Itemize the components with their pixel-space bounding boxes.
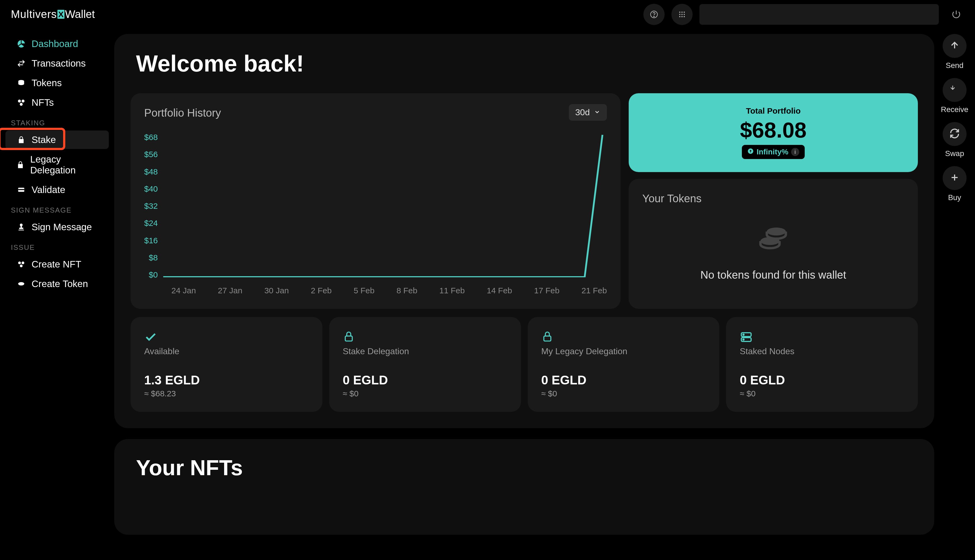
svg-point-20 <box>684 16 685 17</box>
lock-icon <box>541 330 706 342</box>
stat-value: 1.3 EGLD <box>144 373 309 387</box>
topbar <box>114 0 975 28</box>
rail-label: Swap <box>945 149 964 158</box>
svg-point-18 <box>679 16 681 17</box>
rail-label: Receive <box>941 105 968 114</box>
svg-point-13 <box>681 12 683 13</box>
sidebar-item-nfts[interactable]: NFTs <box>5 93 109 112</box>
sidebar-item-label: NFTs <box>32 97 54 108</box>
info-icon[interactable]: i <box>791 148 799 156</box>
lock-icon <box>16 160 25 170</box>
coins-empty-icon <box>754 219 792 258</box>
svg-point-3 <box>20 103 23 106</box>
svg-rect-25 <box>544 336 551 341</box>
nft-icon <box>16 98 26 107</box>
sidebar-item-stake[interactable]: Stake <box>5 130 109 149</box>
sidebar-item-label: Stake <box>32 134 56 145</box>
your-nfts-card: Your NFTs <box>114 439 934 535</box>
logo-text-2: X <box>57 10 65 19</box>
arrow-up-icon <box>950 40 960 52</box>
svg-point-29 <box>743 339 744 340</box>
chart-y-axis: $68 $56 $48 $40 $32 $24 $16 $8 $0 <box>144 133 163 280</box>
portfolio-line-chart <box>163 133 607 280</box>
plus-icon <box>950 172 960 184</box>
svg-point-22 <box>767 228 786 235</box>
period-selector[interactable]: 30d <box>569 104 607 121</box>
stat-value: 0 EGLD <box>740 373 904 387</box>
svg-point-1 <box>18 100 21 102</box>
stat-card-available: Available 1.3 EGLD ≈ $68.23 <box>130 317 322 412</box>
total-portfolio-value: $68.08 <box>642 118 905 143</box>
svg-point-15 <box>679 13 681 15</box>
svg-point-28 <box>743 334 744 335</box>
sidebar-item-dashboard[interactable]: Dashboard <box>5 35 109 53</box>
lock-icon <box>16 135 26 145</box>
swap-icon <box>950 128 960 140</box>
total-portfolio-card: Total Portfolio $68.08 Infinity% i <box>629 93 918 172</box>
rail-label: Send <box>946 61 963 70</box>
sidebar-item-label: Tokens <box>32 77 62 88</box>
stat-card-legacy-delegation: My Legacy Delegation 0 EGLD ≈ $0 <box>528 317 720 412</box>
svg-rect-5 <box>18 189 25 190</box>
svg-rect-24 <box>345 336 352 341</box>
buy-button[interactable]: Buy <box>943 166 967 202</box>
stat-sub: ≈ $0 <box>343 389 508 398</box>
apps-button[interactable] <box>671 4 693 25</box>
sidebar-item-create-token[interactable]: Create Token <box>5 275 109 293</box>
sidebar-item-validate[interactable]: Validate <box>5 180 109 199</box>
svg-point-23 <box>761 237 780 245</box>
svg-point-9 <box>18 282 25 286</box>
sidebar-item-label: Transactions <box>32 58 86 69</box>
rail-label: Buy <box>948 193 961 202</box>
your-tokens-card: Your Tokens No tokens found for this wal… <box>629 179 918 309</box>
sidebar-item-create-nft[interactable]: Create NFT <box>5 255 109 273</box>
search-input[interactable] <box>700 4 939 25</box>
svg-point-12 <box>679 12 681 13</box>
sidebar-item-tokens[interactable]: Tokens <box>5 74 109 92</box>
stat-value: 0 EGLD <box>541 373 706 387</box>
coins-icon <box>16 78 26 88</box>
chevron-down-icon <box>594 107 600 117</box>
swap-button[interactable]: Swap <box>943 122 967 158</box>
sidebar-item-label: Sign Message <box>32 222 92 232</box>
your-tokens-title: Your Tokens <box>642 192 904 205</box>
stamp-icon <box>16 222 26 232</box>
arrow-up-icon <box>747 148 754 156</box>
total-portfolio-change-badge: Infinity% i <box>742 145 805 159</box>
tokens-empty-text: No tokens found for this wallet <box>701 269 846 281</box>
portfolio-history-title: Portfolio History <box>144 107 607 119</box>
svg-point-14 <box>684 12 685 13</box>
total-portfolio-label: Total Portfolio <box>642 106 905 115</box>
pie-icon <box>16 39 26 49</box>
sidebar-item-label: Validate <box>32 184 65 195</box>
svg-point-7 <box>22 262 24 264</box>
sidebar-item-label: Create Token <box>32 278 88 289</box>
receive-button[interactable]: Receive <box>941 78 968 114</box>
stat-sub: ≈ $0 <box>541 389 706 398</box>
action-rail: Send Receive Swap Buy <box>934 28 975 560</box>
sidebar-item-label: Create NFT <box>32 259 81 270</box>
sidebar-item-sign-message[interactable]: Sign Message <box>5 218 109 236</box>
sidebar-section-sign: SIGN MESSAGE <box>0 200 114 217</box>
send-button[interactable]: Send <box>943 34 967 70</box>
logout-button[interactable] <box>946 4 967 25</box>
portfolio-history-card: Portfolio History 30d $68 $56 <box>130 93 621 309</box>
stat-sub: ≈ $68.23 <box>144 389 309 398</box>
logo-text-3: Wallet <box>65 8 95 20</box>
sidebar-item-label: Dashboard <box>32 38 78 49</box>
sidebar-item-label: Legacy Delegation <box>30 154 98 176</box>
sidebar: MultiversXWallet Dashboard Transactions … <box>0 0 114 560</box>
coin-icon <box>16 279 26 289</box>
logo[interactable]: MultiversXWallet <box>0 8 114 20</box>
sidebar-item-legacy-delegation[interactable]: Legacy Delegation <box>5 150 109 179</box>
chart-x-axis: 24 Jan 27 Jan 30 Jan 2 Feb 5 Feb 8 Feb 1… <box>144 286 607 295</box>
logo-text-1: Multivers <box>11 8 57 20</box>
stat-sub: ≈ $0 <box>740 389 904 398</box>
svg-point-6 <box>18 262 21 264</box>
help-button[interactable] <box>643 4 664 25</box>
svg-point-17 <box>684 13 685 15</box>
period-label: 30d <box>575 107 590 117</box>
sidebar-item-transactions[interactable]: Transactions <box>5 54 109 73</box>
svg-point-8 <box>20 265 23 267</box>
stat-label: My Legacy Delegation <box>541 346 706 357</box>
